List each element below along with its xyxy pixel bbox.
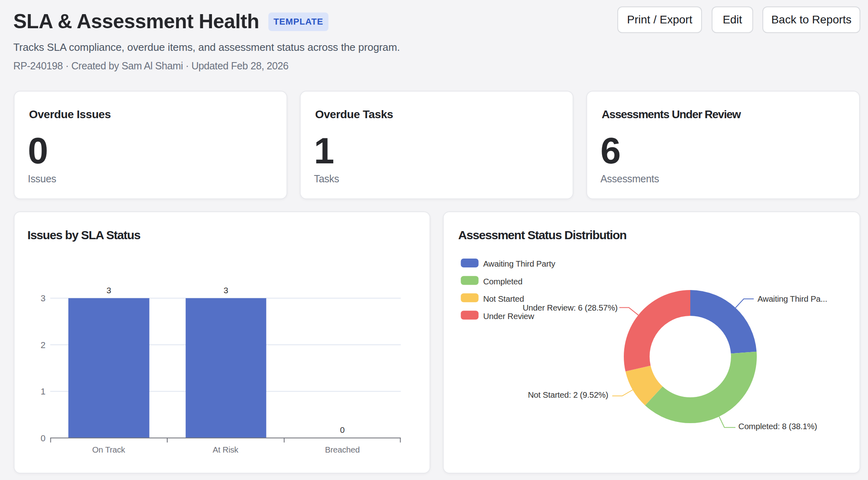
svg-text:Not Started: Not Started [483, 294, 524, 303]
svg-text:Awaiting Third Party: Awaiting Third Party [483, 259, 556, 268]
svg-text:0: 0 [41, 433, 46, 443]
svg-text:Completed: Completed [483, 277, 522, 286]
svg-text:At Risk: At Risk [213, 445, 239, 454]
svg-text:Awaiting Third Pa...: Awaiting Third Pa... [758, 294, 827, 303]
svg-text:3: 3 [224, 286, 228, 295]
svg-text:Breached: Breached [325, 445, 360, 454]
svg-text:1: 1 [41, 386, 46, 397]
svg-text:Under Review: Under Review [483, 311, 534, 321]
svg-text:Completed: 8 (38.1%): Completed: 8 (38.1%) [738, 422, 817, 431]
svg-text:3: 3 [41, 293, 46, 303]
svg-text:On Track: On Track [92, 445, 126, 454]
svg-text:3: 3 [106, 286, 111, 295]
svg-text:Not Started: 2 (9.52%): Not Started: 2 (9.52%) [528, 390, 608, 399]
svg-text:0: 0 [340, 425, 345, 434]
svg-text:2: 2 [41, 340, 46, 350]
svg-text:Under Review: 6 (28.57%): Under Review: 6 (28.57%) [523, 303, 618, 312]
